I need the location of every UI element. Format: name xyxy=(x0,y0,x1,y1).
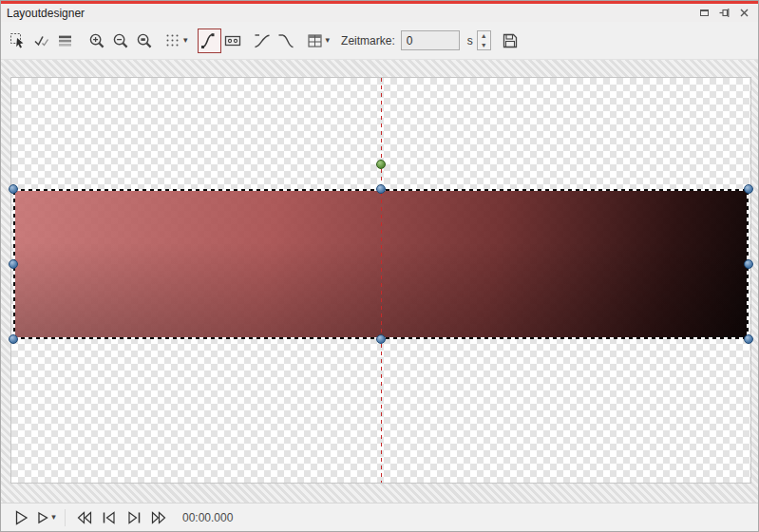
play-icon xyxy=(11,508,30,527)
fade-in-curve-icon xyxy=(253,31,272,50)
layoutdesigner-window: Layoutdesigner xyxy=(0,0,759,532)
main-toolbar: ▾ ▾ Zeitmarke: s ▲ ▼ xyxy=(1,22,758,60)
play-small-icon xyxy=(35,508,50,527)
window-controls xyxy=(695,6,752,20)
close-button[interactable] xyxy=(735,6,752,20)
spinner-down-button[interactable]: ▼ xyxy=(478,41,490,50)
select-tool-button[interactable] xyxy=(6,28,29,53)
skip-start-button[interactable] xyxy=(98,506,121,529)
pin-button[interactable] xyxy=(715,6,732,20)
center-guide-line xyxy=(381,78,382,483)
frame-icon xyxy=(223,31,242,50)
layout-canvas[interactable] xyxy=(10,77,751,484)
zeitmarke-spinner: ▲ ▼ xyxy=(477,30,491,50)
play-options-button[interactable]: ▾ xyxy=(34,506,57,529)
zoom-out-button[interactable] xyxy=(108,28,132,53)
chevron-down-icon: ▾ xyxy=(51,513,56,522)
skip-start-icon xyxy=(100,508,119,527)
transport-bar: ▾ 00:00.000 xyxy=(1,503,758,531)
maximize-icon xyxy=(698,7,711,19)
zeitmarke-unit: s xyxy=(467,34,473,48)
handle-middle-right[interactable] xyxy=(744,259,753,269)
fade-in-button[interactable] xyxy=(251,28,275,53)
zeitmarke-label: Zeitmarke: xyxy=(341,34,395,48)
save-timemark-button[interactable] xyxy=(499,28,522,53)
camera-frame-button[interactable] xyxy=(221,28,245,53)
workspace xyxy=(1,60,758,504)
handle-bottom-right[interactable] xyxy=(744,334,753,344)
double-check-icon xyxy=(32,31,51,50)
play-button[interactable] xyxy=(9,506,32,529)
rewind-icon xyxy=(75,508,94,527)
handle-top-left[interactable] xyxy=(9,184,18,194)
fast-forward-icon xyxy=(149,508,168,527)
curve-mode-button[interactable] xyxy=(198,28,221,53)
fade-out-curve-icon xyxy=(276,31,295,50)
keyframe-table-icon xyxy=(306,31,325,50)
fade-out-button[interactable] xyxy=(275,28,298,53)
select-arrow-icon xyxy=(9,31,28,50)
grid-button[interactable]: ▾ xyxy=(161,28,190,53)
skip-end-button[interactable] xyxy=(123,506,145,529)
chevron-down-icon: ▾ xyxy=(183,36,188,45)
rotation-handle[interactable] xyxy=(376,160,386,169)
fast-forward-button[interactable] xyxy=(147,506,170,529)
save-icon xyxy=(501,31,520,50)
handle-bottom-center[interactable] xyxy=(376,334,386,344)
curve-icon xyxy=(199,31,218,50)
zoom-in-icon xyxy=(87,31,106,50)
pin-icon xyxy=(718,7,731,19)
transport-separator xyxy=(65,509,66,526)
zoom-fit-button[interactable] xyxy=(132,28,156,53)
spinner-up-button[interactable]: ▲ xyxy=(478,31,490,41)
rewind-button[interactable] xyxy=(73,506,96,529)
handle-bottom-left[interactable] xyxy=(9,334,18,344)
multi-select-button[interactable] xyxy=(29,28,53,53)
skip-end-icon xyxy=(124,508,143,527)
layers-button[interactable] xyxy=(53,28,77,53)
zoom-fit-icon xyxy=(135,31,154,50)
keyframe-table-button[interactable]: ▾ xyxy=(304,28,332,53)
zeitmarke-input[interactable] xyxy=(401,30,460,50)
grid-icon xyxy=(163,31,182,50)
maximize-button[interactable] xyxy=(695,6,712,20)
handle-middle-left[interactable] xyxy=(9,259,18,269)
handle-top-right[interactable] xyxy=(744,184,753,194)
time-display: 00:00.000 xyxy=(182,511,233,524)
chevron-down-icon: ▾ xyxy=(326,36,331,45)
zoom-out-icon xyxy=(111,31,130,50)
close-icon xyxy=(738,7,750,19)
zoom-in-button[interactable] xyxy=(85,28,108,53)
layers-icon xyxy=(56,31,75,50)
handle-top-center[interactable] xyxy=(376,184,386,194)
window-title: Layoutdesigner xyxy=(7,7,85,20)
titlebar[interactable]: Layoutdesigner xyxy=(1,4,758,22)
